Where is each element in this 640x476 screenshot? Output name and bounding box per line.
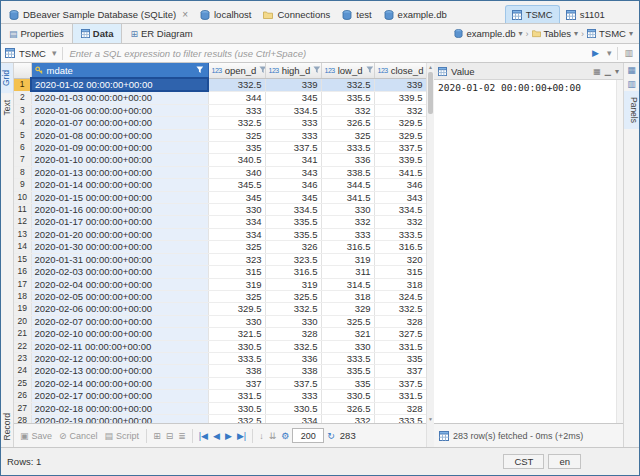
grid-cell[interactable]: 329.5 xyxy=(374,129,426,141)
grid-cell[interactable]: 319 xyxy=(265,278,321,290)
table-row[interactable]: 182020-02-05 00:00:00+00:00325325.531832… xyxy=(14,290,426,302)
row-number[interactable]: 7 xyxy=(14,154,31,166)
tab-record-mode[interactable]: Record xyxy=(2,406,12,447)
scroll-up-icon[interactable]: ▲ xyxy=(427,63,434,71)
grid-cell[interactable]: 339.5 xyxy=(374,91,426,104)
grid-cell[interactable]: 336 xyxy=(321,154,374,166)
value-panel-icon[interactable]: ▦ xyxy=(627,63,636,77)
grid-cell[interactable]: 2020-01-09 00:00:00+00:00 xyxy=(31,142,208,154)
table-row[interactable]: 162020-02-03 00:00:00+00:00315316.531131… xyxy=(14,266,426,278)
row-number[interactable]: 2 xyxy=(14,91,31,104)
tab-sample-database[interactable]: DBeaver Sample Database (SQLite) × xyxy=(3,6,194,23)
grid-cell[interactable]: 337.5 xyxy=(374,377,426,389)
chevron-down-icon[interactable]: ▾ xyxy=(519,29,523,38)
grid-cell[interactable]: 341.5 xyxy=(374,166,426,178)
row-number[interactable]: 8 xyxy=(14,166,31,178)
grid-cell[interactable]: 333 xyxy=(265,129,321,141)
grid-cell[interactable]: 2020-01-02 00:00:00+00:00 xyxy=(31,78,208,91)
grid-cell[interactable]: 314.5 xyxy=(321,278,374,290)
edit-rows-icon[interactable]: ≣ xyxy=(176,431,188,441)
save-button[interactable]: ▣ Save xyxy=(17,431,55,441)
grid-cell[interactable]: 332 xyxy=(321,104,374,116)
previous-page-icon[interactable]: ◀ xyxy=(211,431,222,441)
first-page-icon[interactable]: |◀ xyxy=(197,431,210,441)
column-header-mdate[interactable]: mdate xyxy=(31,63,208,78)
grid-cell[interactable]: 323.5 xyxy=(265,253,321,265)
filter-funnel-icon[interactable] xyxy=(313,66,321,75)
row-number[interactable]: 22 xyxy=(14,340,31,352)
grid-cell[interactable]: 333 xyxy=(208,104,265,116)
grid-cell[interactable]: 330 xyxy=(208,315,265,327)
grid-cell[interactable]: 346 xyxy=(374,179,426,191)
settings-gear-icon[interactable]: ⚙ xyxy=(279,431,291,441)
apply-filter-icon[interactable]: ▶ xyxy=(590,48,601,58)
row-number[interactable]: 26 xyxy=(14,390,31,402)
grid-cell[interactable]: 334.5 xyxy=(374,204,426,216)
grid-cell[interactable]: 2020-02-11 00:00:00+00:00 xyxy=(31,340,208,352)
grid-cell[interactable]: 345 xyxy=(265,191,321,203)
grid-cell[interactable]: 2020-01-30 00:00:00+00:00 xyxy=(31,241,208,253)
table-row[interactable]: 132020-01-20 00:00:00+00:00334335.533333… xyxy=(14,228,426,240)
grid-cell[interactable]: 335 xyxy=(374,352,426,364)
scroll-down-icon[interactable]: ▼ xyxy=(427,415,434,423)
row-number[interactable]: 15 xyxy=(14,253,31,265)
grid-cell[interactable]: 338 xyxy=(208,365,265,377)
table-row[interactable]: 282020-02-19 00:00:00+00:00332.533433233… xyxy=(14,414,426,423)
grid-cell[interactable]: 2020-01-03 00:00:00+00:00 xyxy=(31,91,208,104)
tab-text-presentation[interactable]: Text xyxy=(2,93,12,123)
grid-cell[interactable]: 332 xyxy=(321,216,374,228)
row-number[interactable]: 1 xyxy=(14,78,31,91)
grid-cell[interactable]: 2020-02-10 00:00:00+00:00 xyxy=(31,328,208,340)
grid-cell[interactable]: 339 xyxy=(374,78,426,91)
grid-cell[interactable]: 326.5 xyxy=(321,402,374,414)
grid-cell[interactable]: 325 xyxy=(208,129,265,141)
grid-cell[interactable]: 325.5 xyxy=(321,315,374,327)
grid-cell[interactable]: 333 xyxy=(265,390,321,402)
table-row[interactable]: 112020-01-16 00:00:00+00:00330334.533033… xyxy=(14,204,426,216)
grid-cell[interactable]: 330 xyxy=(208,204,265,216)
table-row[interactable]: 192020-02-06 00:00:00+00:00329.5332.5329… xyxy=(14,303,426,315)
chevron-down-icon[interactable]: ▾ xyxy=(629,29,633,38)
grid-cell[interactable]: 331.5 xyxy=(208,390,265,402)
grid-cell[interactable]: 333.5 xyxy=(208,352,265,364)
grid-cell[interactable]: 311 xyxy=(321,266,374,278)
table-row[interactable]: 222020-02-11 00:00:00+00:00330.5332.5330… xyxy=(14,340,426,352)
filter-funnel-icon[interactable] xyxy=(259,66,265,75)
row-number[interactable]: 19 xyxy=(14,303,31,315)
grid-view-icon[interactable]: ▦ xyxy=(593,67,601,76)
grid-cell[interactable]: 319 xyxy=(208,278,265,290)
grid-cell[interactable]: 2020-02-12 00:00:00+00:00 xyxy=(31,352,208,364)
row-number[interactable]: 27 xyxy=(14,402,31,414)
grid-cell[interactable]: 2020-02-19 00:00:00+00:00 xyxy=(31,414,208,423)
refresh-icon[interactable]: ↻ xyxy=(325,431,337,441)
grid-cell[interactable]: 332 xyxy=(374,104,426,116)
table-row[interactable]: 32020-01-06 00:00:00+00:00333334.5332332 xyxy=(14,104,426,116)
grid-cell[interactable]: 343 xyxy=(265,166,321,178)
grid-cell[interactable]: 2020-01-31 00:00:00+00:00 xyxy=(31,253,208,265)
table-row[interactable]: 172020-02-04 00:00:00+00:00319319314.531… xyxy=(14,278,426,290)
grid-cell[interactable]: 320 xyxy=(374,253,426,265)
grid-cell[interactable]: 344 xyxy=(208,91,265,104)
table-row[interactable]: 232020-02-12 00:00:00+00:00333.5336333.5… xyxy=(14,352,426,364)
grid-scrollbar[interactable]: ▲ ▼ xyxy=(426,63,434,447)
grid-cell[interactable]: 2020-01-07 00:00:00+00:00 xyxy=(31,117,208,129)
grid-cell[interactable]: 2020-02-03 00:00:00+00:00 xyxy=(31,266,208,278)
table-row[interactable]: 202020-02-07 00:00:00+00:00330330325.532… xyxy=(14,315,426,327)
grid-cell[interactable]: 2020-01-17 00:00:00+00:00 xyxy=(31,216,208,228)
row-number[interactable]: 3 xyxy=(14,104,31,116)
table-row[interactable]: 142020-01-30 00:00:00+00:00325326316.531… xyxy=(14,241,426,253)
last-page-icon[interactable]: ▶| xyxy=(235,431,248,441)
metadata-panel-icon[interactable]: ▥ xyxy=(627,77,636,91)
chevron-down-icon[interactable]: ▾ xyxy=(605,48,614,58)
row-number[interactable]: 14 xyxy=(14,241,31,253)
grid-cell[interactable]: 321 xyxy=(321,328,374,340)
fetch-size-input[interactable] xyxy=(292,428,324,443)
grid-cell[interactable]: 326.5 xyxy=(321,117,374,129)
grid-cell[interactable]: 339 xyxy=(265,78,321,91)
table-row[interactable]: 22020-01-03 00:00:00+00:00344345335.5339… xyxy=(14,91,426,104)
grid-cell[interactable]: 332.5 xyxy=(265,340,321,352)
column-header-close_d[interactable]: 123 close_d xyxy=(374,63,426,78)
grid-cell[interactable]: 333.5 xyxy=(374,228,426,240)
tab-properties[interactable]: ▤ Properties xyxy=(1,24,72,43)
column-header-open_d[interactable]: 123 open_d xyxy=(208,63,265,78)
